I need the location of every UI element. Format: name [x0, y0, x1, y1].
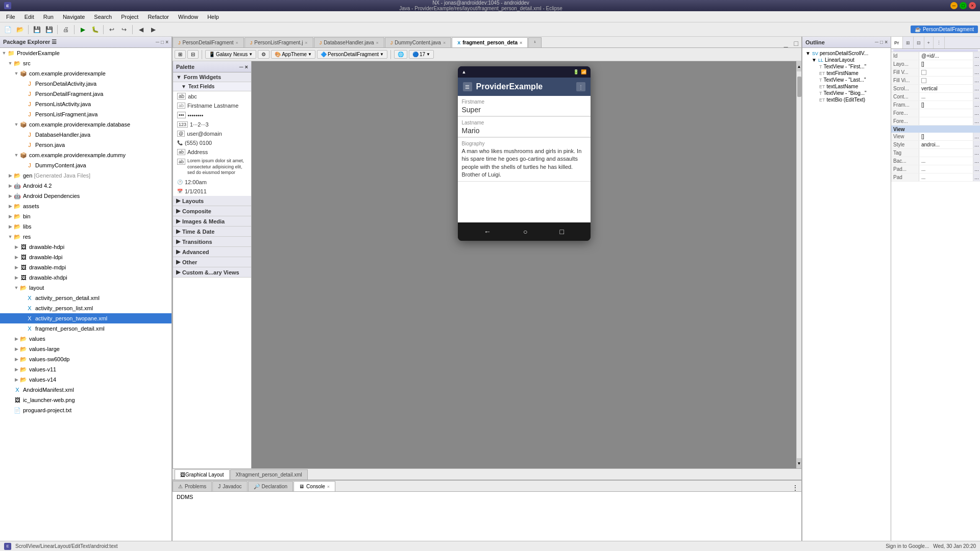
- prop-fore1-value[interactable]: [919, 109, 973, 117]
- minimize-panel-icon[interactable]: ─: [156, 39, 159, 45]
- tab-extra[interactable]: ¹: [528, 37, 541, 47]
- outline-scroll-view[interactable]: ▼ SV personDetailScrollV...: [802, 50, 891, 57]
- save-all-button[interactable]: 💾: [43, 24, 55, 35]
- tab-person-list-fragment[interactable]: J PersonListFragment.j ×: [244, 37, 313, 47]
- scroll-down-btn[interactable]: ▼: [797, 458, 801, 468]
- theme-dropdown[interactable]: 🎨 AppTheme ▼: [271, 50, 315, 59]
- maximize-panel-icon[interactable]: □: [161, 39, 164, 45]
- prop-tag-btn[interactable]: …: [973, 149, 980, 157]
- file-person-detail-fragment[interactable]: J PersonDetailFragment.java: [0, 89, 172, 99]
- tab-xml-source[interactable]: X fragment_person_detail.xml: [230, 469, 308, 480]
- device-dropdown[interactable]: 📱 Galaxy Nexus ▼: [205, 50, 256, 59]
- prop-pad1-value[interactable]: ...: [919, 165, 973, 173]
- prop-style-value[interactable]: androi...: [919, 141, 973, 148]
- tab-dbhandler[interactable]: J DatabaseHandler.java ×: [314, 37, 384, 47]
- save-button[interactable]: 💾: [31, 24, 42, 35]
- prop-fore2-value[interactable]: [919, 117, 973, 125]
- menu-search[interactable]: Search: [90, 13, 116, 21]
- file-fragment-detail[interactable]: X fragment_person_detail.xml: [0, 323, 172, 334]
- canvas-scrollbar[interactable]: ▲ ▼: [796, 61, 801, 468]
- prop-pad1-btn[interactable]: …: [973, 165, 980, 173]
- palette-min[interactable]: ─: [239, 64, 243, 70]
- prop-fillv2-value[interactable]: [919, 77, 973, 84]
- project-root[interactable]: ▼ 📁 ProviderExample: [0, 48, 172, 58]
- file-manifest[interactable]: X AndroidManifest.xml: [0, 385, 172, 395]
- menu-edit[interactable]: Edit: [20, 13, 38, 21]
- values-folder[interactable]: ▶ 📂 values: [0, 334, 172, 344]
- prop-scroll-value[interactable]: vertical: [919, 85, 973, 92]
- menu-window[interactable]: Window: [174, 13, 202, 21]
- palette-transitions[interactable]: ▶ Transitions: [173, 237, 251, 247]
- palette-item-address[interactable]: ab Address: [173, 147, 251, 157]
- props-tab-4[interactable]: +: [924, 37, 934, 48]
- file-ic-launcher[interactable]: 🖼 ic_launcher-web.png: [0, 395, 172, 405]
- tab-javadoc[interactable]: J Javadoc: [212, 481, 247, 491]
- prop-cont-value[interactable]: ...: [919, 93, 973, 101]
- props-tab-layout[interactable]: ⊞: [903, 37, 914, 48]
- values-v14-folder[interactable]: ▶ 📂 values-v14: [0, 374, 172, 385]
- file-activity-detail[interactable]: X activity_person_detail.xml: [0, 293, 172, 303]
- outline-min[interactable]: ─: [875, 39, 878, 45]
- palette-custom-views[interactable]: ▶ Custom &...ary Views: [173, 267, 251, 278]
- scroll-up-btn[interactable]: ▲: [797, 61, 801, 71]
- res-folder[interactable]: ▼ 📂 res: [0, 232, 172, 242]
- close-button[interactable]: ×: [969, 2, 976, 9]
- file-activity-list[interactable]: X activity_person_list.xml: [0, 303, 172, 313]
- tab-dummy-content[interactable]: J DummyContent.java ×: [385, 37, 451, 47]
- drawable-hdpi[interactable]: ▶ 🖼 drawable-hdpi: [0, 242, 172, 252]
- bottom-panel-controls[interactable]: ⋮: [789, 484, 801, 491]
- values-v11-folder[interactable]: ▶ 📂 values-v11: [0, 364, 172, 374]
- canvas-btn2[interactable]: ⊟: [187, 50, 199, 59]
- menu-project[interactable]: Project: [117, 13, 142, 21]
- package-database[interactable]: ▼ 📦 com.example.providerexample.database: [0, 119, 172, 130]
- bin-folder[interactable]: ▶ 📂 bin: [0, 211, 172, 221]
- drawable-xhdpi[interactable]: ▶ 🖼 drawable-xhdpi: [0, 272, 172, 283]
- prop-cont-btn[interactable]: …: [973, 93, 980, 101]
- outline-tv-first[interactable]: T TextView - "First...": [802, 63, 891, 70]
- prop-id-btn[interactable]: …: [973, 52, 980, 60]
- palette-close[interactable]: ×: [245, 64, 248, 70]
- tab-console[interactable]: 🖥 Console ×: [293, 481, 335, 491]
- file-proguard[interactable]: 📄 proguard-project.txt: [0, 405, 172, 415]
- prop-back-value[interactable]: ...: [919, 157, 973, 165]
- palette-composite[interactable]: ▶ Composite: [173, 206, 251, 216]
- outline-et-firstname[interactable]: ET textFirstName: [802, 70, 891, 77]
- file-person-list-fragment[interactable]: J PersonListFragment.java: [0, 109, 172, 119]
- tab-declaration[interactable]: 🔎 Declaration: [248, 481, 293, 491]
- sign-in-text[interactable]: Sign in to Google...: [886, 543, 929, 549]
- prop-tag-value[interactable]: [919, 149, 973, 157]
- android-version[interactable]: ▶ 🤖 Android 4.2: [0, 181, 172, 191]
- locale-btn[interactable]: 🌐: [394, 50, 407, 59]
- prop-view-btn[interactable]: …: [973, 133, 980, 140]
- print-button[interactable]: 🖨: [60, 24, 71, 35]
- libs-folder[interactable]: ▶ 📂 libs: [0, 221, 172, 232]
- minimize-editor-button[interactable]: _: [781, 39, 791, 47]
- java-perspective[interactable]: ☕ PersonDetailFragment: [911, 26, 978, 33]
- palette-item-pin[interactable]: 123 1···2···3: [173, 120, 251, 129]
- prop-fillv1-value[interactable]: [919, 68, 973, 76]
- palette-other[interactable]: ▶ Other: [173, 257, 251, 267]
- prop-fore1-btn[interactable]: …: [973, 109, 980, 117]
- maximize-editor-button[interactable]: □: [791, 39, 801, 47]
- props-tab-properties[interactable]: Pr: [891, 37, 903, 48]
- palette-item-date[interactable]: 📅 1/1/2011: [173, 187, 251, 196]
- file-dummy-content[interactable]: J DummyContent.java: [0, 160, 172, 170]
- prop-fram-btn[interactable]: …: [973, 101, 980, 109]
- device-config-btn[interactable]: ⚙: [258, 50, 270, 59]
- layout-folder[interactable]: ▼ 📂 layout: [0, 283, 172, 293]
- maximize-button[interactable]: □: [960, 2, 967, 9]
- package-main[interactable]: ▼ 📦 com.example.providerexample: [0, 68, 172, 79]
- menu-run[interactable]: Run: [39, 13, 58, 21]
- palette-advanced[interactable]: ▶ Advanced: [173, 247, 251, 257]
- new-button[interactable]: 📄: [2, 24, 13, 35]
- debug-button[interactable]: 🐛: [89, 24, 101, 35]
- back-button[interactable]: ◀: [135, 24, 146, 35]
- tab-problems[interactable]: ⚠ Problems: [173, 481, 212, 491]
- tab-graphical-layout[interactable]: 🖼 Graphical Layout: [175, 469, 230, 480]
- tab-person-detail-fragment[interactable]: J PersonDetailFragment ×: [173, 37, 244, 47]
- prop-style-btn[interactable]: …: [973, 141, 980, 148]
- tab-close[interactable]: ×: [520, 40, 522, 45]
- palette-item-abc[interactable]: ab abc: [173, 91, 251, 101]
- outline-et-lastname[interactable]: ET textLastName: [802, 83, 891, 90]
- palette-item-password[interactable]: ••• ••••••••: [173, 110, 251, 120]
